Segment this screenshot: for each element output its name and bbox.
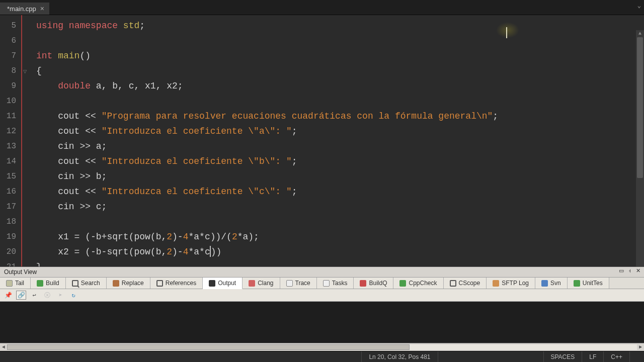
link-icon[interactable]: 🔗 (16, 291, 26, 300)
line-number: 15 (0, 169, 21, 184)
code-line[interactable]: cin >> b; (36, 169, 644, 184)
horizontal-scrollbar[interactable]: ◄ ► (0, 343, 644, 351)
output-tab-label: Build (46, 280, 59, 287)
output-tab-tasks[interactable]: Tasks (317, 278, 354, 289)
code-line[interactable]: } (36, 259, 644, 266)
code-line[interactable]: x2 = (-b-sqrt(pow(b,2)-4*a*c)) (36, 244, 644, 259)
output-tab-label: BuildQ (369, 280, 387, 287)
output-tab-label: References (166, 280, 196, 287)
code-line[interactable] (36, 33, 644, 48)
vertical-scrollbar[interactable]: ▲ ▼ (636, 30, 644, 266)
output-tab-sftp-log[interactable]: SFTP Log (487, 278, 535, 289)
output-tab-label: Tasks (332, 280, 348, 287)
code-line[interactable]: x1 = (-b+sqrt(pow(b,2)-4*a*c))/(2*a); (36, 229, 644, 244)
status-position[interactable]: Ln 20, Col 32, Pos 481 (361, 351, 437, 362)
status-spacer (438, 351, 543, 362)
line-number: 5 (0, 18, 21, 33)
pin-icon[interactable]: 📌 (3, 291, 13, 300)
code-line[interactable]: cin >> c; (36, 199, 644, 214)
fold-marker-icon[interactable]: ▽ (23, 68, 27, 75)
output-tab-unittes[interactable]: UnitTes (568, 278, 609, 289)
output-tab-label: SFTP Log (502, 280, 529, 287)
output-tab-svn[interactable]: Svn (535, 278, 568, 289)
panel-window-buttons[interactable]: ▭ ⫞ ✕ (619, 267, 642, 274)
sftp-log-icon (493, 280, 499, 287)
line-number: 13 (0, 139, 21, 154)
output-tab-search[interactable]: Search (66, 278, 107, 289)
output-tab-label: Trace (295, 280, 310, 287)
code-line[interactable]: cout << "Introduzca el coeficiente \"a\"… (36, 124, 644, 139)
output-tab-label: Tail (15, 280, 24, 287)
output-tab-output[interactable]: Output (203, 278, 243, 289)
scrollbar-thumb[interactable] (7, 344, 410, 350)
text-cursor (506, 27, 507, 38)
output-body[interactable] (0, 302, 644, 343)
output-tab-trace[interactable]: Trace (280, 278, 317, 289)
wrap-icon[interactable]: ↩ (29, 291, 39, 300)
line-number: 21 (0, 259, 21, 266)
output-tab-label: Search (81, 280, 100, 287)
output-tab-cscope[interactable]: CScope (444, 278, 487, 289)
line-number: 7 (0, 48, 21, 63)
line-number: 18 (0, 214, 21, 229)
scrollbar-thumb[interactable] (637, 37, 643, 178)
output-tab-build[interactable]: Build (31, 278, 66, 289)
tasks-icon (323, 280, 330, 287)
code-line[interactable]: cout << "Programa para resolver ecuacion… (36, 109, 644, 124)
output-tab-tail[interactable]: Tail (0, 278, 31, 289)
output-tab-cppcheck[interactable]: CppCheck (393, 278, 443, 289)
line-number: 12 (0, 124, 21, 139)
tabs-dropdown-icon[interactable]: ⌄ (637, 2, 641, 10)
output-tab-clang[interactable]: Clang (243, 278, 280, 289)
line-number: 10 (0, 94, 21, 109)
status-language[interactable]: C++ (603, 351, 629, 362)
output-tab-references[interactable]: References (150, 278, 203, 289)
output-panel: Output View ▭ ⫞ ✕ TailBuildSearchReplace… (0, 266, 644, 351)
code-line[interactable]: cout << "Introduzca el coeficiente \"b\"… (36, 154, 644, 169)
cppcheck-icon (399, 280, 406, 287)
close-icon[interactable]: × (40, 5, 44, 13)
clear-icon[interactable]: ⓧ (42, 291, 52, 300)
code-line[interactable]: int main() (36, 48, 644, 63)
svn-icon (541, 280, 548, 287)
status-eol[interactable]: LF (582, 351, 603, 362)
output-panel-title-bar: Output View ▭ ⫞ ✕ (0, 267, 644, 278)
unittes-icon (574, 280, 580, 287)
status-indent[interactable]: SPACES (543, 351, 582, 362)
line-number: 11 (0, 109, 21, 124)
code-line[interactable]: cin >> a; (36, 139, 644, 154)
buildq-icon (360, 280, 366, 287)
scroll-right-icon[interactable]: ► (637, 343, 644, 351)
output-tab-label: Output (218, 280, 236, 287)
output-tab-label: CScope (459, 280, 480, 287)
line-number: 19 (0, 229, 21, 244)
output-tab-buildq[interactable]: BuildQ (354, 278, 393, 289)
code-line[interactable]: { (36, 63, 644, 78)
editor[interactable]: 56789101112131415161718192021 using name… (0, 15, 644, 266)
status-bar: Ln 20, Col 32, Pos 481 SPACES LF C++ (0, 351, 644, 362)
send-icon[interactable]: ➤ (55, 291, 65, 300)
line-number: 8 (0, 63, 21, 78)
search-icon (72, 280, 78, 287)
code-area[interactable]: using namespace std;int main(){ double a… (22, 15, 644, 266)
code-line[interactable]: cout << "Introduzca el coeficiente \"c\"… (36, 184, 644, 199)
output-tab-label: CppCheck (409, 280, 437, 287)
scroll-up-icon[interactable]: ▲ (636, 30, 644, 37)
line-number: 16 (0, 184, 21, 199)
line-number: 6 (0, 33, 21, 48)
code-line[interactable] (36, 214, 644, 229)
file-tab[interactable]: *main.cpp × (0, 3, 50, 15)
refresh-icon[interactable]: ↻ (68, 291, 78, 300)
output-icon (209, 280, 215, 287)
code-line[interactable]: using namespace std; (36, 18, 644, 33)
trace-icon (286, 280, 293, 287)
code-line[interactable]: double a, b, c, x1, x2; (36, 78, 644, 94)
code-line[interactable] (36, 94, 644, 109)
scroll-left-icon[interactable]: ◄ (0, 343, 7, 351)
line-number-gutter: 56789101112131415161718192021 (0, 15, 22, 266)
output-tab-replace[interactable]: Replace (107, 278, 150, 289)
references-icon (156, 280, 163, 287)
line-number: 9 (0, 78, 21, 94)
output-tab-label: Replace (122, 280, 144, 287)
cursor-caret-box (210, 246, 211, 257)
